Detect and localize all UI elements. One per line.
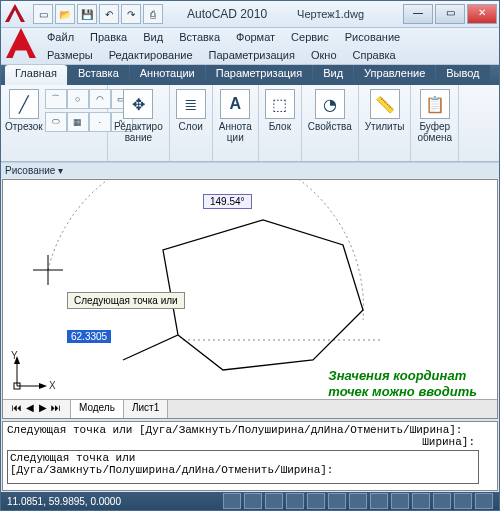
status-grid2[interactable] (412, 493, 430, 509)
app-logo-icon (5, 4, 25, 24)
tab-annotation[interactable]: Аннотации (130, 65, 205, 85)
hatch-tool[interactable]: ▦ (67, 112, 89, 132)
line-tool-icon[interactable]: ╱ (9, 89, 39, 119)
statusbar: 11.0851, 59.9895, 0.0000 (1, 492, 499, 510)
ribbon-tabs: Главная Вставка Аннотации Параметризация… (1, 65, 499, 85)
block-label: Блок (269, 121, 291, 132)
status-ann[interactable] (454, 493, 472, 509)
tab-output[interactable]: Вывод (436, 65, 489, 85)
menu-format[interactable]: Формат (230, 30, 281, 44)
drawing-canvas[interactable]: 149.54° Следующая точка или 62.3305 Знач… (2, 179, 498, 419)
sheet1-tab[interactable]: Лист1 (124, 400, 168, 418)
status-polar[interactable] (286, 493, 304, 509)
layers-icon[interactable]: ≣ (176, 89, 206, 119)
circle-tool[interactable]: ○ (67, 89, 89, 109)
status-otrack[interactable] (328, 493, 346, 509)
tab-nav-last[interactable]: ⏭ (50, 402, 62, 416)
line-tool-label: Отрезок (5, 121, 43, 132)
tab-manage[interactable]: Управление (354, 65, 435, 85)
annotations-icon[interactable]: A (220, 89, 250, 119)
model-tab[interactable]: Модель (71, 400, 124, 418)
qat-redo[interactable]: ↷ (121, 4, 141, 24)
command-history-line2: Ширина]: (7, 436, 493, 448)
tab-view[interactable]: Вид (313, 65, 353, 85)
status-osnap[interactable] (307, 493, 325, 509)
status-snap[interactable] (223, 493, 241, 509)
status-ortho[interactable] (265, 493, 283, 509)
quick-access-toolbar: ▭ 📂 💾 ↶ ↷ ⎙ (33, 4, 163, 24)
menubar: Файл Правка Вид Вставка Формат Сервис Ри… (1, 28, 499, 65)
status-model[interactable] (391, 493, 409, 509)
status-dyn[interactable] (349, 493, 367, 509)
menu-insert[interactable]: Вставка (173, 30, 226, 44)
qat-undo[interactable]: ↶ (99, 4, 119, 24)
properties-label: Свойства (308, 121, 352, 132)
menu-window[interactable]: Окно (305, 48, 343, 62)
menu-service[interactable]: Сервис (285, 30, 335, 44)
annotations-label: Аннота ции (219, 121, 252, 143)
menu-edit[interactable]: Правка (84, 30, 133, 44)
command-line-area[interactable]: Следующая точка или [Дуга/Замкнуть/Полуш… (2, 421, 498, 491)
ucs-icon: Y X (9, 354, 49, 396)
dynamic-prompt-tooltip: Следующая точка или (67, 292, 185, 309)
app-title: AutoCAD 2010 (187, 7, 267, 21)
draw-panel-caption[interactable]: Рисование ▾ (1, 162, 499, 178)
ribbon: ╱ Отрезок ⌒ ○ ◠ ▭ ⬭ ▦ · ∿ ✥ Редактиро ва… (1, 85, 499, 162)
menu-dimensions[interactable]: Размеры (41, 48, 99, 62)
tab-nav-next[interactable]: ▶ (37, 402, 49, 416)
modify-label: Редактиро вание (114, 121, 163, 143)
utilities-icon[interactable]: 📏 (370, 89, 400, 119)
qat-new[interactable]: ▭ (33, 4, 53, 24)
status-qp[interactable] (433, 493, 451, 509)
utilities-label: Утилиты (365, 121, 405, 132)
dynamic-angle-display: 149.54° (203, 194, 252, 209)
tab-nav-prev[interactable]: ◀ (24, 402, 36, 416)
menu-draw[interactable]: Рисование (339, 30, 406, 44)
maximize-button[interactable]: ▭ (435, 4, 465, 24)
minimize-button[interactable]: — (403, 4, 433, 24)
qat-open[interactable]: 📂 (55, 4, 75, 24)
command-input[interactable]: Следующая точка или [Дуга/Замкнуть/Полуш… (7, 450, 479, 484)
menu-file[interactable]: Файл (41, 30, 80, 44)
coordinate-display: 11.0851, 59.9895, 0.0000 (7, 496, 121, 507)
menu-parametrization[interactable]: Параметризация (203, 48, 301, 62)
tab-nav-first[interactable]: ⏮ (11, 402, 23, 416)
ellipse-tool[interactable]: ⬭ (45, 112, 67, 132)
modify-icon[interactable]: ✥ (123, 89, 153, 119)
tab-insert[interactable]: Вставка (68, 65, 129, 85)
clipboard-label: Буфер обмена (417, 121, 452, 143)
menu-editing[interactable]: Редактирование (103, 48, 199, 62)
menu-help[interactable]: Справка (347, 48, 402, 62)
command-history-line: Следующая точка или [Дуга/Замкнуть/Полуш… (7, 424, 493, 436)
polyline-tool[interactable]: ⌒ (45, 89, 67, 109)
block-icon[interactable]: ⬚ (265, 89, 295, 119)
qat-save[interactable]: 💾 (77, 4, 97, 24)
document-name: Чертеж1.dwg (297, 8, 364, 20)
dynamic-distance-input[interactable]: 62.3305 (67, 330, 111, 343)
clipboard-icon[interactable]: 📋 (420, 89, 450, 119)
status-grid[interactable] (244, 493, 262, 509)
status-lwt[interactable] (370, 493, 388, 509)
layout-tabs: ⏮ ◀ ▶ ⏭ Модель Лист1 (3, 399, 497, 418)
tab-home[interactable]: Главная (5, 65, 67, 85)
close-button[interactable]: ✕ (467, 4, 497, 24)
qat-print[interactable]: ⎙ (143, 4, 163, 24)
menu-view[interactable]: Вид (137, 30, 169, 44)
status-ws[interactable] (475, 493, 493, 509)
layers-label: Слои (179, 121, 203, 132)
tab-parametrization[interactable]: Параметризация (206, 65, 312, 85)
svg-marker-8 (39, 383, 47, 389)
properties-icon[interactable]: ◔ (315, 89, 345, 119)
